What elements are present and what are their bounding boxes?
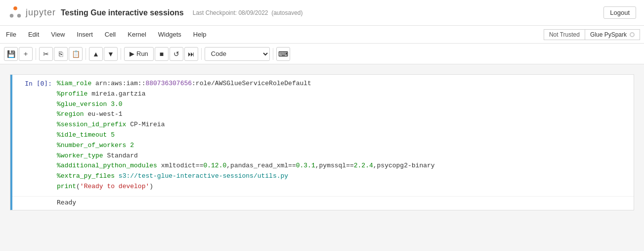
- cell-container: In [0]: %iam_role arn:aws:iam::880736307…: [10, 74, 634, 210]
- fast-forward-icon: ⏭: [188, 50, 195, 58]
- svg-point-2: [17, 13, 21, 17]
- code-line-4: %region eu-west-1: [57, 109, 634, 120]
- notebook-title[interactable]: Testing Gue interactive sessions: [61, 8, 184, 17]
- cell-body: In [0]: %iam_role arn:aws:iam::880736307…: [12, 75, 634, 210]
- run-button[interactable]: ▶ Run: [124, 47, 154, 61]
- move-up-button[interactable]: ▲: [89, 47, 103, 61]
- paste-button[interactable]: 📋: [69, 47, 83, 61]
- menu-widgets[interactable]: Widgets: [152, 29, 187, 40]
- cut-button[interactable]: ✂: [39, 47, 53, 61]
- cell-code[interactable]: %iam_role arn:aws:iam::880736307656:role…: [57, 79, 634, 192]
- checkpoint-info: Last Checkpoint: 08/09/2022 (autosaved): [193, 9, 303, 16]
- jupyter-logo: jupyter: [8, 5, 56, 20]
- output-prompt: [12, 199, 57, 206]
- code-line-1: %iam_role arn:aws:iam::880736307656:role…: [57, 79, 634, 89]
- keyboard-icon: ⌨: [278, 50, 288, 58]
- move-down-button[interactable]: ▼: [104, 47, 118, 61]
- menu-file[interactable]: File: [0, 29, 22, 40]
- cell-prompt: In [0]:: [12, 79, 57, 192]
- code-line-10: %extra_py_files s3://test-glue-interacti…: [57, 171, 634, 182]
- header-left: jupyter Testing Gue interactive sessions…: [8, 5, 303, 20]
- menu-cell[interactable]: Cell: [99, 29, 122, 40]
- menu-view[interactable]: View: [45, 29, 71, 40]
- toolbar-sep-3: [121, 48, 121, 60]
- code-line-6: %idle_timeout 5: [57, 130, 634, 141]
- menu-edit[interactable]: Edit: [22, 29, 45, 40]
- code-line-2: %profile mireia.gartzia: [57, 89, 634, 100]
- stop-icon: ■: [160, 50, 164, 58]
- keyboard-shortcuts-button[interactable]: ⌨: [276, 47, 290, 61]
- toolbar-sep-2: [86, 48, 86, 60]
- svg-point-1: [10, 13, 14, 17]
- run-icon: ▶: [129, 50, 134, 57]
- copy-icon: ⎘: [59, 50, 63, 58]
- copy-button[interactable]: ⎘: [54, 47, 68, 61]
- header: jupyter Testing Gue interactive sessions…: [0, 0, 644, 26]
- menubar-right: Not Trusted Glue PySpark: [544, 29, 640, 40]
- code-line-9: %additional_python_modules xmltodict==0.…: [57, 161, 634, 171]
- menu-help[interactable]: Help: [187, 29, 213, 40]
- save-icon: 💾: [7, 50, 15, 58]
- main-area: In [0]: %iam_role arn:aws:iam::880736307…: [0, 64, 644, 251]
- menu-kernel[interactable]: Kernel: [122, 29, 152, 40]
- code-line-5: %session_id_prefix CP-Mireia: [57, 120, 634, 130]
- kernel-indicator: Glue PySpark: [585, 29, 640, 40]
- cell-type-select[interactable]: Code Markdown Raw NBConvert Heading: [205, 47, 270, 61]
- restart-icon: ↺: [173, 50, 179, 58]
- plus-icon: ＋: [22, 50, 29, 58]
- arrow-down-icon: ▼: [107, 50, 114, 58]
- toolbar-sep-1: [36, 48, 36, 60]
- cell-output: Ready: [12, 196, 634, 210]
- code-line-11: print('Ready to develop'): [57, 182, 634, 192]
- restart-button[interactable]: ↺: [170, 47, 183, 61]
- cell-input-area[interactable]: In [0]: %iam_role arn:aws:iam::880736307…: [12, 75, 634, 196]
- menubar-items: File Edit View Insert Cell Kernel Widget…: [0, 29, 544, 40]
- menubar: File Edit View Insert Cell Kernel Widget…: [0, 26, 644, 44]
- cut-icon: ✂: [43, 50, 49, 58]
- stop-button[interactable]: ■: [155, 47, 169, 61]
- code-line-7: %number_of_workers 2: [57, 141, 634, 151]
- jupyter-logo-icon: [8, 5, 23, 20]
- paste-icon: 📋: [72, 50, 80, 58]
- restart-run-button[interactable]: ⏭: [184, 47, 198, 61]
- code-line-8: %worker_type Standard: [57, 151, 634, 161]
- code-line-3: %glue_version 3.0: [57, 100, 634, 110]
- output-text: Ready: [57, 199, 76, 206]
- toolbar-sep-4: [201, 48, 202, 60]
- not-trusted-button[interactable]: Not Trusted: [544, 29, 585, 40]
- toolbar: 💾 ＋ ✂ ⎘ 📋 ▲ ▼ ▶ Run ■ ↺ ⏭ Code Mark: [0, 44, 644, 64]
- kernel-name-label: Glue PySpark: [590, 31, 627, 38]
- jupyter-brand-text: jupyter: [26, 7, 56, 18]
- logout-button[interactable]: Logout: [603, 6, 636, 19]
- menu-insert[interactable]: Insert: [71, 29, 99, 40]
- save-button[interactable]: 💾: [4, 47, 18, 61]
- toolbar-sep-5: [273, 48, 273, 60]
- add-cell-button[interactable]: ＋: [19, 47, 33, 61]
- arrow-up-icon: ▲: [92, 50, 99, 58]
- kernel-status-circle: [630, 32, 635, 37]
- run-label: Run: [136, 50, 148, 57]
